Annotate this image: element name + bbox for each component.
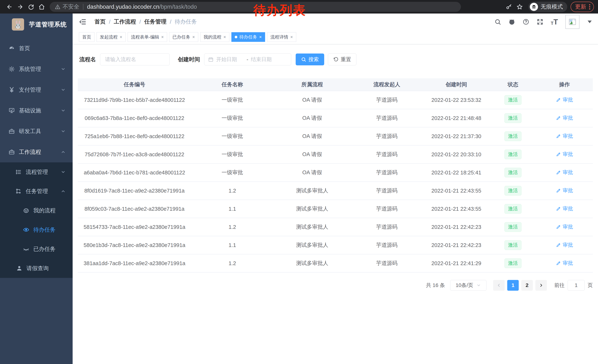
sidebar-item-todo-tasks[interactable]: 待办任务: [0, 220, 73, 239]
task-name-cell: 一级审批: [191, 91, 274, 109]
total-count: 共 16 条: [426, 282, 445, 289]
pencil-icon: [556, 134, 561, 139]
col-created: 创建时间: [423, 78, 490, 91]
pencil-icon: [556, 152, 561, 157]
app-frame: 🐰 芋道管理系统 首页 系统管理 支付管理: [0, 14, 598, 364]
end-date-input[interactable]: [251, 57, 279, 62]
back-icon[interactable]: [4, 1, 15, 12]
chevron-up-icon: [61, 189, 66, 194]
starter-cell: 芋道源码: [351, 145, 423, 163]
tab-process-form-edit[interactable]: 流程表单-编辑 ×: [128, 32, 167, 42]
approve-link[interactable]: 审批: [556, 223, 573, 230]
search-button[interactable]: 搜索: [296, 54, 324, 65]
next-page-button[interactable]: [535, 280, 547, 291]
close-icon[interactable]: ×: [120, 34, 122, 40]
starter-cell: 芋道源码: [351, 127, 423, 145]
page-1-button[interactable]: 1: [507, 280, 519, 291]
home-icon[interactable]: [36, 1, 47, 12]
page-2-button[interactable]: 2: [521, 280, 533, 291]
reset-button[interactable]: 重置: [328, 54, 357, 65]
tab-home[interactable]: 首页: [79, 32, 94, 42]
reload-icon[interactable]: [25, 1, 36, 12]
fullscreen-icon[interactable]: [537, 18, 543, 25]
close-icon[interactable]: ×: [192, 34, 195, 40]
process-cell: 测试多审批人: [274, 218, 351, 236]
sidebar-item-done-tasks[interactable]: 已办任务: [0, 239, 73, 259]
tab-my-process[interactable]: 我的流程 ×: [200, 32, 229, 42]
approve-link[interactable]: 审批: [556, 133, 573, 140]
monitor-icon: [8, 107, 15, 114]
starter-cell: 芋道源码: [351, 163, 423, 182]
approve-link[interactable]: 审批: [556, 114, 573, 121]
tab-process-detail[interactable]: 流程详情 ×: [267, 32, 296, 42]
password-key-icon[interactable]: [504, 1, 514, 12]
starter-cell: 芋道源码: [351, 91, 423, 109]
logo-row[interactable]: 🐰 芋道管理系统: [0, 14, 73, 35]
address-divider: [83, 4, 83, 10]
start-date-input[interactable]: [216, 57, 244, 62]
approve-link[interactable]: 审批: [556, 96, 573, 103]
status-badge: 激活: [505, 150, 522, 159]
font-size-icon[interactable]: TT: [551, 18, 558, 25]
approve-link[interactable]: 审批: [556, 151, 573, 158]
approve-link[interactable]: 审批: [556, 242, 573, 249]
sidebar-item-system[interactable]: 系统管理: [0, 59, 73, 80]
close-icon[interactable]: ×: [224, 34, 226, 40]
task-name-cell: 一级审批: [191, 145, 274, 163]
date-range-picker[interactable]: -: [204, 54, 291, 65]
sidebar-item-home[interactable]: 首页: [0, 38, 73, 59]
dashboard-icon: [8, 45, 15, 51]
update-button[interactable]: 更新: [571, 2, 594, 12]
incognito-icon: [530, 3, 538, 11]
sidebar-collapse-icon[interactable]: [79, 18, 86, 25]
security-warning[interactable]: 不安全: [55, 3, 79, 11]
process-cell: 测试多审批人: [274, 182, 351, 200]
search-icon[interactable]: [494, 18, 501, 25]
prev-page-button[interactable]: [493, 280, 505, 291]
sidebar-item-leave-query[interactable]: 请假查询: [0, 259, 73, 278]
avatar[interactable]: [565, 15, 580, 29]
sidebar-item-infra[interactable]: 基础设施: [0, 100, 73, 121]
forward-icon[interactable]: [15, 1, 25, 12]
sidebar-item-workflow[interactable]: 工作流程: [0, 142, 73, 162]
gear-icon: [8, 66, 15, 72]
browser-menu-icon[interactable]: [589, 4, 590, 9]
sidebar-item-my-process[interactable]: 我的流程: [0, 201, 73, 220]
created-cell: 2022-01-21 22:41:29: [423, 254, 490, 272]
sidebar-item-label: 首页: [19, 45, 30, 52]
breadcrumb-workflow[interactable]: 工作流程: [114, 18, 136, 25]
chevron-left-icon: [497, 283, 501, 288]
incognito-badge: 无痕模式: [528, 2, 567, 12]
jump-page-input[interactable]: [568, 280, 585, 291]
approve-link[interactable]: 审批: [556, 259, 573, 267]
status-badge: 激活: [505, 168, 522, 177]
task-id-cell: 381aa1dd-7ac8-11ec-a9e2-a2380e71991a: [78, 254, 191, 272]
close-icon[interactable]: ×: [161, 34, 164, 40]
sidebar-item-payment[interactable]: 支付管理: [0, 80, 73, 100]
process-name-input[interactable]: [100, 54, 170, 65]
github-icon[interactable]: [508, 18, 515, 25]
pencil-icon: [556, 261, 561, 266]
close-icon[interactable]: ×: [259, 34, 262, 40]
search-icon: [301, 57, 306, 62]
bookmark-star-icon[interactable]: [514, 1, 525, 12]
tab-done-tasks[interactable]: 已办任务 ×: [169, 32, 198, 42]
close-icon[interactable]: ×: [290, 34, 293, 40]
avatar-dropdown-icon[interactable]: [588, 21, 592, 23]
approve-link[interactable]: 审批: [556, 187, 573, 194]
tab-start-process[interactable]: 发起流程 ×: [97, 32, 126, 42]
page-size-select[interactable]: 10条/页: [450, 280, 486, 291]
sidebar-item-process-mgmt[interactable]: 流程管理: [0, 162, 73, 182]
sidebar-item-devtools[interactable]: 研发工具: [0, 121, 73, 142]
main-area: 首页 / 工作流程 / 任务管理 / 待办任务: [73, 14, 598, 364]
breadcrumb-task-mgmt[interactable]: 任务管理: [144, 18, 166, 25]
starter-cell: 芋道源码: [351, 109, 423, 127]
approve-link[interactable]: 审批: [556, 205, 573, 212]
approve-link[interactable]: 审批: [556, 169, 573, 176]
breadcrumb-home[interactable]: 首页: [94, 18, 106, 25]
url-text[interactable]: dashboard.yudao.iocoder.cn/bpm/task/todo: [87, 4, 197, 10]
sidebar-item-task-mgmt[interactable]: 任务管理: [0, 182, 73, 201]
process-cell: 测试多审批人: [274, 254, 351, 272]
tab-todo-tasks[interactable]: 待办任务 ×: [231, 32, 265, 42]
help-icon[interactable]: [523, 18, 529, 25]
